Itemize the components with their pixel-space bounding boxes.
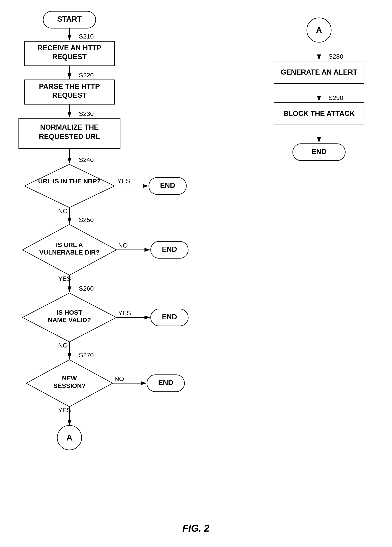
end-s260: END: [151, 309, 188, 326]
svg-text:REQUESTED URL: REQUESTED URL: [39, 133, 100, 141]
svg-text:GENERATE AN ALERT: GENERATE AN ALERT: [281, 68, 357, 76]
svg-text:END: END: [160, 181, 175, 189]
svg-text:REQUEST: REQUEST: [52, 91, 87, 99]
s250-label: S250: [79, 216, 94, 223]
s250-diamond: IS URL A VULNERABLE DIR?: [22, 225, 116, 275]
s230-label: S230: [79, 110, 94, 117]
s250-yes-label: YES: [58, 275, 71, 282]
s240-no-label: NO: [58, 207, 68, 214]
s290-label: S290: [328, 94, 343, 101]
s250-no-label: NO: [118, 242, 128, 249]
s230-node: NORMALIZE THE REQUESTED URL: [19, 118, 120, 148]
s280-label: S280: [328, 53, 343, 60]
a-circle-bottom: A: [57, 425, 82, 450]
svg-text:END: END: [312, 148, 326, 156]
s260-no-label: NO: [58, 342, 68, 349]
end-right: END: [293, 144, 345, 161]
s220-node: PARSE THE HTTP REQUEST: [24, 80, 114, 104]
s270-diamond: NEW SESSION?: [26, 360, 113, 407]
s240-yes-label: YES: [117, 177, 130, 185]
svg-text:IS URL A: IS URL A: [56, 241, 83, 248]
svg-marker-16: [24, 164, 114, 208]
s270-yes-label: YES: [58, 406, 71, 414]
svg-text:END: END: [162, 313, 177, 321]
s210-node: RECEIVE AN HTTP REQUEST: [24, 41, 114, 66]
svg-text:NEW: NEW: [62, 375, 77, 382]
s260-label: S260: [79, 285, 94, 292]
svg-text:END: END: [158, 379, 173, 387]
end-s250: END: [151, 241, 188, 258]
svg-text:NORMALIZE THE: NORMALIZE THE: [40, 123, 99, 131]
svg-text:A: A: [66, 433, 73, 442]
s260-diamond: IS HOST NAME VALID?: [22, 293, 116, 342]
s220-label: S220: [79, 72, 94, 79]
svg-text:REQUEST: REQUEST: [52, 53, 87, 61]
s260-yes-label: YES: [118, 309, 131, 316]
a-circle-top: A: [307, 18, 331, 42]
svg-text:RECEIVE AN HTTP: RECEIVE AN HTTP: [38, 44, 101, 52]
s270-no-label: NO: [114, 375, 124, 382]
svg-text:IS HOST: IS HOST: [57, 309, 82, 316]
start-node: START: [43, 11, 96, 28]
svg-text:END: END: [162, 245, 177, 253]
svg-text:A: A: [316, 25, 322, 34]
s240-diamond: URL IS IN THE NBP?: [24, 164, 114, 208]
s280-node: GENERATE AN ALERT: [274, 61, 364, 84]
s270-label: S270: [79, 351, 94, 359]
s210-label: S210: [79, 33, 94, 40]
svg-text:URL IS IN THE NBP?: URL IS IN THE NBP?: [38, 178, 101, 185]
end-s240: END: [149, 178, 186, 194]
svg-text:BLOCK THE ATTACK: BLOCK THE ATTACK: [283, 109, 355, 117]
svg-text:PARSE THE HTTP: PARSE THE HTTP: [39, 82, 100, 90]
s290-node: BLOCK THE ATTACK: [274, 102, 364, 125]
fig-label: FIG. 2: [182, 523, 210, 534]
s240-label: S240: [79, 156, 94, 163]
diagram-container: START S210 RECEIVE AN HTTP REQUEST S220 …: [0, 0, 392, 547]
svg-text:NAME VALID?: NAME VALID?: [48, 316, 91, 323]
svg-text:START: START: [57, 15, 82, 23]
end-s270: END: [147, 375, 185, 392]
svg-text:SESSION?: SESSION?: [53, 382, 86, 389]
svg-text:VULNERABLE DIR?: VULNERABLE DIR?: [39, 249, 100, 256]
